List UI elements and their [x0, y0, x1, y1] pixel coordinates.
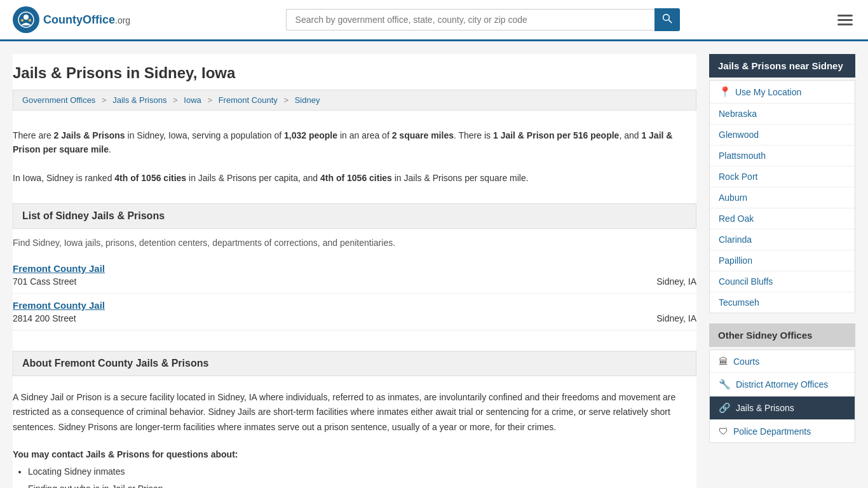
breadcrumb-item-fremont[interactable]: Fremont County	[219, 95, 278, 105]
near-link-plattsmouth[interactable]: Plattsmouth	[710, 146, 855, 166]
near-link-rockport[interactable]: Rock Port	[710, 166, 855, 187]
near-link-clarinda[interactable]: Clarinda	[710, 229, 855, 250]
page-title: Jails & Prisons in Sidney, Iowa	[13, 54, 696, 90]
bullet-1: Locating Sidney inmates	[28, 463, 696, 480]
logo: CountyOffice.org	[13, 6, 130, 33]
police-link[interactable]: Police Departments	[733, 426, 811, 437]
courts-link[interactable]: Courts	[733, 356, 759, 367]
da-icon: 🔧	[719, 379, 731, 390]
breadcrumb-item-jails[interactable]: Jails & Prisons	[112, 95, 166, 105]
content-area: Jails & Prisons in Sidney, Iowa Governme…	[13, 54, 696, 488]
office-item-jails[interactable]: 🔗 Jails & Prisons	[710, 396, 855, 420]
courts-icon: 🏛	[719, 356, 728, 367]
jail-link-1[interactable]: Fremont County Jail	[13, 263, 105, 274]
svg-line-5	[668, 20, 672, 23]
jails-icon: 🔗	[719, 402, 731, 414]
use-location-item[interactable]: 📍 Use My Location	[710, 81, 855, 104]
office-item-courts[interactable]: 🏛 Courts	[710, 350, 855, 373]
jail-entry-1: Fremont County Jail 701 Cass Street Sidn…	[13, 257, 696, 294]
office-item-da[interactable]: 🔧 District Attorney Offices	[710, 373, 855, 396]
menu-button[interactable]	[835, 12, 855, 28]
about-text: A Sidney Jail or Prison is a secure faci…	[13, 383, 696, 443]
list-section-header: List of Sidney Jails & Prisons	[13, 203, 696, 229]
use-location-link[interactable]: Use My Location	[735, 87, 801, 97]
svg-point-4	[663, 15, 669, 21]
search-button[interactable]	[654, 8, 680, 31]
near-link-papillion[interactable]: Papillion	[710, 250, 855, 271]
other-offices-list: 🏛 Courts 🔧 District Attorney Offices 🔗 J…	[709, 349, 855, 443]
description-block: There are 2 Jails & Prisons in Sidney, I…	[13, 121, 696, 193]
main-container: Jails & Prisons in Sidney, Iowa Governme…	[0, 41, 868, 488]
svg-point-1	[24, 15, 29, 20]
bullet-2: Finding out who is in Jail or Prison	[28, 480, 696, 488]
near-link-tecumseh[interactable]: Tecumseh	[710, 292, 855, 313]
near-link-glenwood[interactable]: Glenwood	[710, 125, 855, 146]
site-header: CountyOffice.org	[0, 0, 868, 41]
jail-address-2: 2814 200 Street	[13, 313, 76, 323]
about-section-header: About Fremont County Jails & Prisons	[13, 351, 696, 376]
jail-city-1: Sidney, IA	[656, 276, 696, 287]
sidebar: Jails & Prisons near Sidney 📍 Use My Loc…	[709, 54, 855, 488]
contact-label: You may contact Jails & Prisons for ques…	[13, 443, 696, 463]
jails-link[interactable]: Jails & Prisons	[736, 403, 794, 413]
logo-text: CountyOffice.org	[43, 13, 130, 27]
list-sub-text: Find Sidney, Iowa jails, prisons, detent…	[13, 235, 696, 257]
near-link-nebraska[interactable]: Nebraska	[710, 104, 855, 125]
search-bar	[286, 8, 680, 31]
near-links-list: 📍 Use My Location Nebraska Glenwood Plat…	[709, 80, 855, 313]
near-link-redoak[interactable]: Red Oak	[710, 208, 855, 229]
breadcrumb-item-sidney[interactable]: Sidney	[295, 95, 320, 105]
near-section-header: Jails & Prisons near Sidney	[709, 54, 855, 78]
jail-entry-2: Fremont County Jail 2814 200 Street Sidn…	[13, 294, 696, 330]
da-link[interactable]: District Attorney Offices	[736, 379, 828, 390]
police-icon: 🛡	[719, 426, 728, 437]
svg-point-3	[29, 19, 31, 22]
jail-address-1: 701 Cass Street	[13, 276, 76, 287]
breadcrumb: Government Offices > Jails & Prisons > I…	[13, 90, 696, 111]
logo-icon	[13, 6, 39, 33]
search-input[interactable]	[286, 9, 654, 30]
svg-point-2	[21, 19, 24, 22]
jail-link-2[interactable]: Fremont County Jail	[13, 300, 105, 311]
breadcrumb-item-iowa[interactable]: Iowa	[184, 95, 201, 105]
bullets-list: Locating Sidney inmates Finding out who …	[13, 463, 696, 488]
location-icon: 📍	[719, 86, 731, 98]
breadcrumb-item-gov[interactable]: Government Offices	[22, 95, 95, 105]
office-item-police[interactable]: 🛡 Police Departments	[710, 420, 855, 442]
near-link-auburn[interactable]: Auburn	[710, 187, 855, 208]
near-link-councilbluffs[interactable]: Council Bluffs	[710, 271, 855, 292]
jail-city-2: Sidney, IA	[656, 313, 696, 323]
other-offices-header: Other Sidney Offices	[709, 323, 855, 347]
